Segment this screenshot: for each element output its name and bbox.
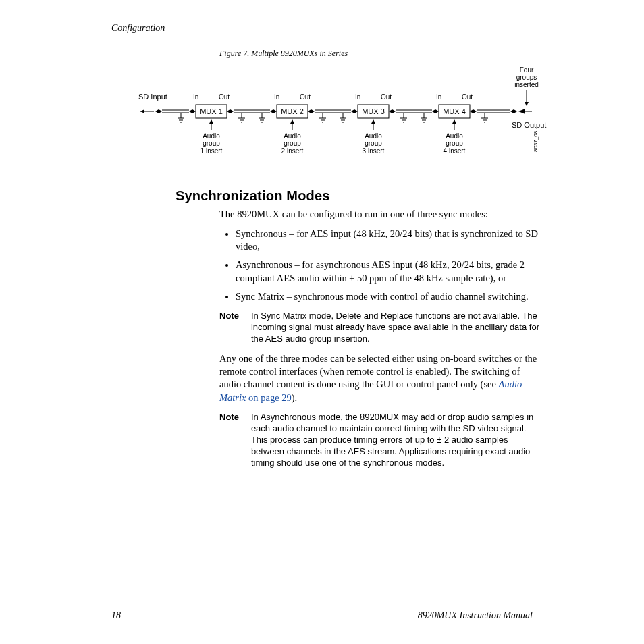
svg-marker-45 bbox=[311, 109, 315, 113]
svg-text:Out: Out bbox=[300, 93, 311, 101]
svg-marker-101 bbox=[518, 109, 525, 114]
svg-text:MUX 2: MUX 2 bbox=[281, 107, 304, 115]
svg-text:In: In bbox=[355, 93, 360, 101]
note-block: Note In Asynchronous mode, the 8920MUX m… bbox=[219, 411, 543, 469]
svg-marker-8 bbox=[192, 109, 196, 113]
svg-text:group: group bbox=[284, 140, 301, 147]
svg-marker-94 bbox=[510, 109, 514, 113]
svg-marker-25 bbox=[270, 109, 273, 113]
svg-text:4 insert: 4 insert bbox=[444, 147, 466, 155]
note-text: In Sync Matrix mode, Delete and Replace … bbox=[251, 310, 543, 344]
svg-marker-2 bbox=[140, 109, 144, 113]
svg-text:Out: Out bbox=[462, 93, 473, 101]
mode-list: Synchronous – for AES input (48 kHz, 20/… bbox=[219, 227, 543, 303]
svg-text:2 insert: 2 insert bbox=[281, 147, 304, 155]
svg-text:inserted: inserted bbox=[514, 81, 539, 88]
svg-text:MUX 1: MUX 1 bbox=[200, 107, 223, 115]
svg-marker-21 bbox=[227, 109, 230, 113]
svg-text:Audio: Audio bbox=[203, 132, 220, 140]
svg-text:In: In bbox=[193, 93, 198, 101]
manual-title: 8920MUX Instruction Manual bbox=[418, 610, 533, 621]
svg-text:Out: Out bbox=[381, 93, 392, 101]
svg-text:8037_08: 8037_08 bbox=[533, 130, 539, 152]
svg-text:MUX 4: MUX 4 bbox=[443, 107, 466, 115]
svg-marker-28 bbox=[209, 119, 213, 124]
section-heading: Synchronization Modes bbox=[176, 188, 597, 204]
page-number: 18 bbox=[111, 610, 121, 621]
svg-text:Four: Four bbox=[520, 66, 534, 74]
svg-text:SD Input: SD Input bbox=[138, 92, 167, 101]
note-block: Note In Sync Matrix mode, Delete and Rep… bbox=[219, 310, 543, 344]
svg-text:Audio: Audio bbox=[365, 132, 382, 140]
svg-marker-3 bbox=[155, 109, 159, 113]
svg-text:Audio: Audio bbox=[446, 132, 463, 140]
svg-marker-4 bbox=[159, 109, 162, 113]
svg-marker-51 bbox=[290, 119, 294, 124]
list-item: Asynchronous – for asynchronous AES inpu… bbox=[236, 259, 543, 284]
body-paragraph: Any one of the three modes can be select… bbox=[219, 352, 543, 404]
svg-text:group: group bbox=[365, 140, 382, 147]
svg-marker-108 bbox=[525, 102, 529, 106]
para-text: Any one of the three modes can be select… bbox=[219, 353, 537, 390]
svg-marker-95 bbox=[514, 109, 517, 113]
list-item: Synchronous – for AES input (48 kHz, 20/… bbox=[236, 227, 543, 253]
note-label: Note bbox=[219, 411, 239, 469]
svg-marker-67 bbox=[389, 109, 392, 113]
svg-text:Out: Out bbox=[219, 93, 230, 101]
para-text: ). bbox=[292, 392, 297, 403]
svg-marker-48 bbox=[351, 109, 354, 113]
svg-text:3 insert: 3 insert bbox=[363, 147, 385, 155]
svg-marker-71 bbox=[432, 109, 435, 113]
svg-text:Audio: Audio bbox=[284, 132, 301, 140]
note-text: In Asynchronous mode, the 8920MUX may ad… bbox=[251, 411, 543, 469]
svg-marker-68 bbox=[392, 109, 396, 113]
figure-caption: Figure 7. Multiple 8920MUXs in Series bbox=[219, 49, 597, 59]
svg-text:groups: groups bbox=[516, 74, 537, 81]
figure-diagram: SD InputInOutMUX 1Audiogroup1 insertInOu… bbox=[135, 64, 556, 175]
intro-paragraph: The 8920MUX can be configured to run in … bbox=[219, 208, 543, 221]
svg-marker-26 bbox=[273, 109, 277, 113]
svg-text:group: group bbox=[446, 140, 463, 147]
running-head: Configuration bbox=[111, 23, 597, 34]
note-label: Note bbox=[219, 310, 239, 344]
svg-marker-74 bbox=[371, 119, 375, 124]
cross-ref-page[interactable]: on page 29 bbox=[246, 392, 291, 403]
svg-marker-72 bbox=[435, 109, 439, 113]
svg-text:MUX 3: MUX 3 bbox=[362, 107, 385, 115]
svg-marker-97 bbox=[452, 119, 456, 124]
svg-text:SD Output: SD Output bbox=[512, 121, 546, 129]
svg-marker-91 bbox=[473, 109, 477, 113]
svg-marker-22 bbox=[230, 109, 234, 113]
svg-marker-7 bbox=[189, 109, 192, 113]
svg-marker-90 bbox=[470, 109, 473, 113]
svg-marker-44 bbox=[308, 109, 311, 113]
svg-text:group: group bbox=[203, 140, 220, 147]
list-item: Sync Matrix – synchronous mode with cont… bbox=[236, 290, 543, 303]
svg-marker-49 bbox=[354, 109, 358, 113]
svg-text:1 insert: 1 insert bbox=[200, 147, 223, 155]
svg-text:In: In bbox=[436, 93, 441, 101]
svg-text:In: In bbox=[274, 93, 279, 101]
